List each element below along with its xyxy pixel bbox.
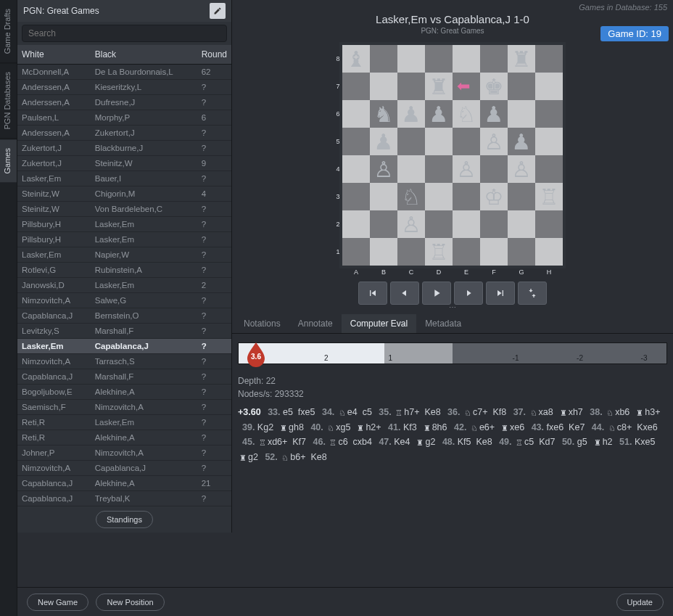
piece[interactable]: ♞: [374, 102, 394, 127]
nav-play-button[interactable]: [422, 282, 451, 305]
move-arrow-icon: ⬅: [457, 77, 470, 96]
table-row[interactable]: Capablanca,JMarshall,F?: [17, 369, 231, 385]
piece[interactable]: ♟: [402, 102, 421, 127]
table-row[interactable]: Capablanca,JTreybal,K?: [17, 491, 231, 506]
new-position-button[interactable]: New Position: [96, 594, 164, 611]
col-white[interactable]: White: [17, 45, 91, 65]
search-input[interactable]: [22, 25, 227, 42]
games-table: White Black Round McDonnell,ADe La Bourd…: [17, 45, 231, 506]
table-row[interactable]: Capablanca,JAlekhine,A21: [17, 476, 231, 491]
table-row[interactable]: Lasker,EmCapablanca,J?: [17, 339, 231, 354]
table-row[interactable]: Reti,RAlekhine,A?: [17, 430, 231, 445]
table-row[interactable]: Paulsen,LMorphy,P6: [17, 110, 231, 126]
piece[interactable]: ♙: [457, 157, 476, 182]
table-row[interactable]: Nimzovitch,ATarrasch,S?: [17, 354, 231, 369]
more-dots-icon[interactable]: ⋯: [232, 303, 673, 311]
table-row[interactable]: Anderssen,ADufresne,J?: [17, 95, 231, 110]
piece[interactable]: ♚: [484, 74, 504, 99]
piece[interactable]: ♙: [512, 157, 532, 182]
game-id-badge: Game ID: 19: [600, 26, 669, 41]
eval-bar: 21-1-2-3: [238, 342, 667, 364]
tab-metadata[interactable]: Metadata: [416, 314, 470, 333]
table-row[interactable]: Anderssen,AKieseritzky,L?: [17, 80, 231, 95]
new-game-button[interactable]: New Game: [27, 594, 88, 611]
piece[interactable]: ♙: [374, 157, 394, 182]
table-row[interactable]: McDonnell,ADe La Bourdonnais,L62: [17, 65, 231, 80]
chess-board[interactable]: ♝8♜7♜⬅♚6♞♟♟♘♟5♟♙♟4♙♙♙3♘♔♖2♙1♖: [339, 42, 566, 268]
table-row[interactable]: Levitzky,SMarshall,F?: [17, 324, 231, 339]
nav-next-button[interactable]: [454, 282, 483, 305]
nav-flip-button[interactable]: [518, 282, 547, 305]
piece[interactable]: ♖: [540, 184, 559, 210]
bottom-bar: New Game New Position Update: [17, 587, 673, 616]
table-row[interactable]: Pillsbury,HLasker,Em?: [17, 217, 231, 232]
vertical-tabs: Game DraftsPGN DatabasesGames: [0, 0, 17, 616]
table-row[interactable]: Anderssen,AZukertort,J?: [17, 126, 231, 141]
col-round[interactable]: Round: [197, 45, 231, 65]
piece[interactable]: ♙: [402, 212, 421, 237]
table-row[interactable]: Zukertort,JSteinitz,W9: [17, 156, 231, 171]
piece[interactable]: ♟: [512, 129, 532, 155]
eval-depth: Depth: 22: [238, 376, 667, 386]
main-panel: Games in Database: 155 Lasker,Em vs Capa…: [232, 0, 673, 616]
table-row[interactable]: Reti,RLasker,Em?: [17, 415, 231, 430]
piece[interactable]: ♘: [402, 184, 421, 210]
computer-eval-panel: 21-1-2-3 3.6 Depth: 22 Nodes/s: 293332 +…: [232, 334, 673, 616]
games-panel: PGN: Great Games White Black Round McDon…: [17, 0, 232, 533]
vtab-games[interactable]: Games: [0, 139, 17, 183]
table-row[interactable]: Capablanca,JBernstein,O?: [17, 308, 231, 324]
tab-notations[interactable]: Notations: [235, 314, 289, 333]
vtab-pgn-databases[interactable]: PGN Databases: [0, 63, 17, 139]
piece[interactable]: ♙: [484, 129, 504, 155]
piece[interactable]: ♜: [429, 74, 449, 99]
nav-first-button[interactable]: [358, 282, 387, 305]
table-row[interactable]: Nimzovitch,ASalwe,G?: [17, 293, 231, 308]
pv-line[interactable]: +3.60 33. e5 fxe5 34. ♘e4 c5 35. ♖h7+ Ke…: [238, 405, 667, 464]
nav-last-button[interactable]: [486, 282, 515, 305]
update-button[interactable]: Update: [616, 594, 664, 611]
eval-nodes: Nodes/s: 293332: [238, 389, 667, 399]
tab-computer-eval[interactable]: Computer Eval: [342, 314, 416, 333]
table-row[interactable]: Lasker,EmBauer,I?: [17, 171, 231, 186]
nav-buttons: [232, 282, 673, 305]
table-row[interactable]: Bogoljubow,EAlekhine,A?: [17, 385, 231, 400]
col-black[interactable]: Black: [91, 45, 197, 65]
game-title: Lasker,Em vs Capablanca,J 1-0: [232, 13, 673, 25]
standings-button[interactable]: Standings: [96, 511, 153, 528]
piece[interactable]: ♔: [484, 184, 504, 210]
analysis-tabs: NotationsAnnotateComputer EvalMetadata: [232, 314, 673, 334]
vtab-game-drafts[interactable]: Game Drafts: [0, 0, 17, 63]
pgn-title: PGN: Great Games: [23, 6, 99, 16]
tab-annotate[interactable]: Annotate: [289, 314, 342, 333]
db-count: Games in Database: 155: [232, 0, 673, 15]
table-row[interactable]: Pillsbury,HLasker,Em?: [17, 232, 231, 247]
table-row[interactable]: Nimzovitch,ACapablanca,J?: [17, 461, 231, 476]
eval-score-drop: 3.6: [245, 341, 267, 367]
piece[interactable]: ♟: [374, 129, 394, 155]
table-row[interactable]: Janowski,DLasker,Em2: [17, 278, 231, 293]
table-row[interactable]: Steinitz,WChigorin,M4: [17, 186, 231, 202]
piece[interactable]: ♜: [512, 46, 532, 72]
nav-prev-button[interactable]: [390, 282, 419, 305]
piece[interactable]: ♖: [429, 239, 449, 265]
table-row[interactable]: Rotlevi,GRubinstein,A?: [17, 263, 231, 278]
piece[interactable]: ♘: [457, 102, 476, 127]
table-row[interactable]: Saemisch,FNimzovitch,A?: [17, 400, 231, 415]
piece[interactable]: ♝: [347, 46, 366, 72]
piece[interactable]: ♟: [484, 102, 504, 127]
table-row[interactable]: Johner,PNimzovitch,A?: [17, 445, 231, 461]
table-row[interactable]: Lasker,EmNapier,W?: [17, 247, 231, 263]
piece[interactable]: ♟: [429, 102, 449, 127]
table-row[interactable]: Steinitz,WVon Bardeleben,C?: [17, 202, 231, 217]
table-row[interactable]: Zukertort,JBlackburne,J?: [17, 141, 231, 156]
edit-pgn-button[interactable]: [210, 3, 226, 19]
